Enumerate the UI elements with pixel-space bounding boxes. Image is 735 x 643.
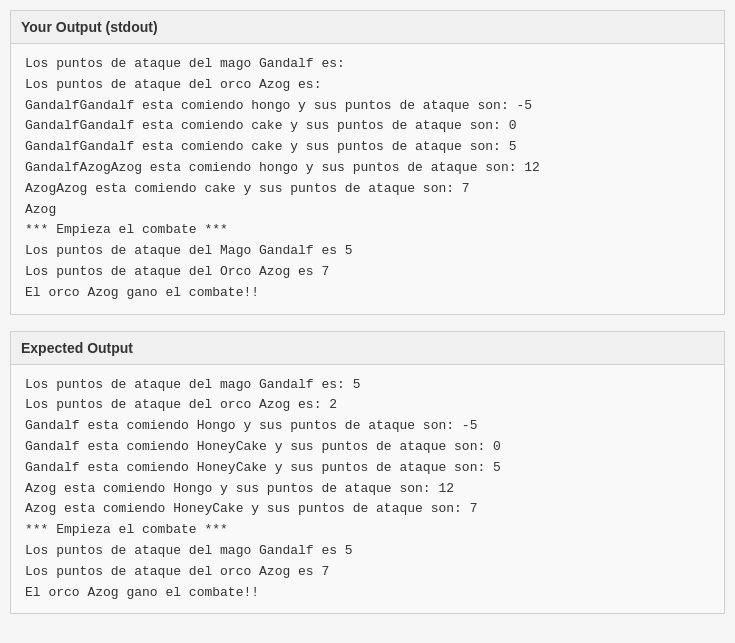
output-line: Los puntos de ataque del orco Azog es: (25, 75, 710, 96)
output-line: Gandalf esta comiendo HoneyCake y sus pu… (25, 437, 710, 458)
output-line: Los puntos de ataque del orco Azog es 7 (25, 562, 710, 583)
output-line: Azog esta comiendo HoneyCake y sus punto… (25, 499, 710, 520)
output-line: GandalfGandalf esta comiendo cake y sus … (25, 137, 710, 158)
output-line: *** Empieza el combate *** (25, 220, 710, 241)
your-output-title: Your Output (stdout) (11, 11, 724, 44)
output-line: Los puntos de ataque del mago Gandalf es… (25, 541, 710, 562)
output-line: Gandalf esta comiendo HoneyCake y sus pu… (25, 458, 710, 479)
output-line: Los puntos de ataque del Orco Azog es 7 (25, 262, 710, 283)
output-line: GandalfAzogAzog esta comiendo hongo y su… (25, 158, 710, 179)
output-line: El orco Azog gano el combate!! (25, 583, 710, 604)
expected-output-block: Los puntos de ataque del mago Gandalf es… (11, 365, 724, 614)
output-line: AzogAzog esta comiendo cake y sus puntos… (25, 179, 710, 200)
expected-output-section: Expected Output Los puntos de ataque del… (10, 331, 725, 615)
output-line: Los puntos de ataque del mago Gandalf es… (25, 54, 710, 75)
your-output-block: Los puntos de ataque del mago Gandalf es… (11, 44, 724, 314)
output-line: Los puntos de ataque del orco Azog es: 2 (25, 395, 710, 416)
output-line: Azog (25, 200, 710, 221)
output-line: *** Empieza el combate *** (25, 520, 710, 541)
your-output-section: Your Output (stdout) Los puntos de ataqu… (10, 10, 725, 315)
output-line: Los puntos de ataque del mago Gandalf es… (25, 375, 710, 396)
expected-output-title: Expected Output (11, 332, 724, 365)
output-line: El orco Azog gano el combate!! (25, 283, 710, 304)
output-line: GandalfGandalf esta comiendo cake y sus … (25, 116, 710, 137)
output-line: Los puntos de ataque del Mago Gandalf es… (25, 241, 710, 262)
output-line: Gandalf esta comiendo Hongo y sus puntos… (25, 416, 710, 437)
output-line: GandalfGandalf esta comiendo hongo y sus… (25, 96, 710, 117)
output-line: Azog esta comiendo Hongo y sus puntos de… (25, 479, 710, 500)
